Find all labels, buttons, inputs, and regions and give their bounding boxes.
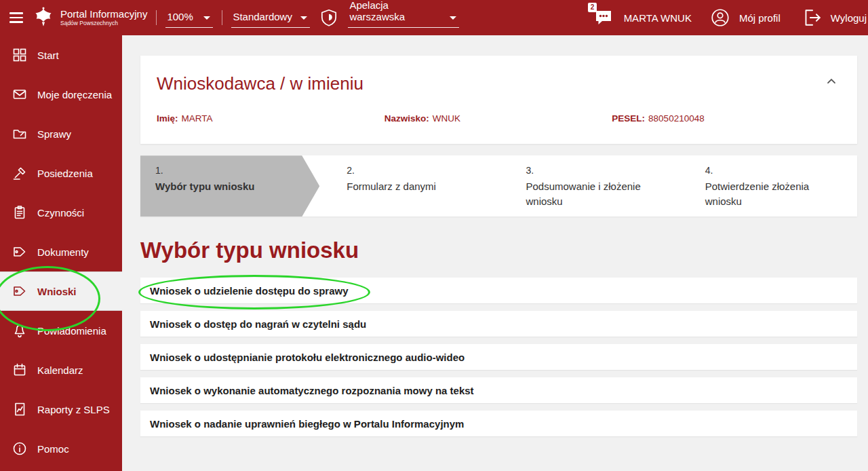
request-type-option-4[interactable]: Wniosek o wykonanie automatycznego rozpo… xyxy=(140,377,857,403)
request-type-option-3[interactable]: Wniosek o udostępnianie protokołu elektr… xyxy=(140,344,857,370)
request-type-option-1[interactable]: Wniosek o udzielenie dostępu do sprawy xyxy=(140,278,857,303)
step-label: Podsumowanie i złożenie wniosku xyxy=(526,179,667,209)
bell-icon xyxy=(11,322,28,339)
zoom-value: 100% xyxy=(167,11,193,22)
gavel-icon xyxy=(11,165,28,181)
sidebar-item-label: Pomoc xyxy=(37,443,69,455)
profile-label[interactable]: Mój profil xyxy=(739,12,781,24)
page-title: Wybór typu wniosku xyxy=(140,237,857,264)
eagle-logo-icon xyxy=(32,6,55,29)
field-value: 88050210048 xyxy=(648,113,705,124)
logout-label[interactable]: Wyloguj xyxy=(831,12,867,24)
collapse-chevron-icon[interactable] xyxy=(823,73,840,90)
sidebar-item-label: Start xyxy=(37,50,59,61)
grid-icon xyxy=(11,47,28,63)
step-label: Formularz z danymi xyxy=(347,179,488,194)
main-content: Wnioskodawca / w imieniu Imię:MARTA Nazw… xyxy=(122,35,868,471)
wizard-step-1: 1. Wybór typu wniosku xyxy=(140,155,319,216)
sidebar-item-start[interactable]: Start xyxy=(0,35,122,75)
brand-subtitle: Sądów Powszechnych xyxy=(60,20,147,27)
field-imie: Imię:MARTA xyxy=(157,113,384,124)
sidebar-item-label: Raporty z SLPS xyxy=(37,404,110,415)
clipboard-icon xyxy=(11,204,28,221)
field-value: MARTA xyxy=(182,113,213,124)
wizard-step-4: 4. Potwierdzenie złożenia wniosku xyxy=(678,155,857,216)
applicant-fields: Imię:MARTA Nazwisko:WNUK PESEL:880502100… xyxy=(157,113,840,124)
brand-logo[interactable]: Portal Informacyjny Sądów Powszechnych xyxy=(32,6,147,29)
step-number: 3. xyxy=(526,165,667,176)
mail-icon xyxy=(11,86,28,102)
calendar-icon xyxy=(11,362,28,378)
wizard-step-3: 3. Podsumowanie i złożenie wniosku xyxy=(499,155,678,216)
sidebar-item-moje-doreczenia[interactable]: Moje doręczenia xyxy=(0,75,122,114)
info-icon xyxy=(11,440,28,457)
wizard-steps: 1. Wybór typu wniosku 2. Formularz z dan… xyxy=(140,155,857,216)
zoom-dropdown[interactable]: 100% xyxy=(165,7,213,28)
sidebar-item-label: Moje doręczenia xyxy=(37,89,112,100)
sidebar-item-label: Dokumenty xyxy=(37,246,89,258)
step-label: Wybór typu wniosku xyxy=(155,179,309,194)
logout-icon[interactable] xyxy=(801,7,823,29)
sidebar-item-kalendarz[interactable]: Kalendarz xyxy=(0,350,122,390)
chevron-down-icon xyxy=(450,16,456,20)
field-pesel: PESEL:88050210048 xyxy=(612,113,840,124)
divider xyxy=(156,10,157,25)
sidebar-item-sprawy[interactable]: Sprawy xyxy=(0,114,122,153)
contrast-shield-icon[interactable] xyxy=(319,7,339,28)
sidebar-item-dokumenty[interactable]: Dokumenty xyxy=(0,232,122,271)
profile-icon[interactable] xyxy=(709,7,731,29)
sidebar-item-label: Wnioski xyxy=(37,286,77,297)
sidebar-item-label: Kalendarz xyxy=(37,364,83,376)
sidebar-item-label: Sprawy xyxy=(37,128,71,140)
sidebar-item-posiedzenia[interactable]: Posiedzenia xyxy=(0,153,122,193)
tag-icon xyxy=(11,244,28,260)
field-value: WNUK xyxy=(433,113,460,124)
field-label: Imię: xyxy=(157,113,178,124)
step-number: 1. xyxy=(155,165,309,176)
step-label: Potwierdzenie złożenia wniosku xyxy=(705,179,846,209)
request-type-list: Wniosek o udzielenie dostępu do sprawy W… xyxy=(140,278,857,436)
sidebar-item-raporty[interactable]: Raporty z SLPS xyxy=(0,390,122,429)
field-nazwisko: Nazwisko:WNUK xyxy=(384,113,612,124)
sidebar: Start Moje doręczenia Sprawy xyxy=(0,35,122,471)
sidebar-item-label: Powiadomienia xyxy=(37,325,106,337)
topbar: Portal Informacyjny Sądów Powszechnych 1… xyxy=(0,0,868,35)
report-chart-icon xyxy=(11,401,28,417)
step-number: 2. xyxy=(347,165,488,176)
applicant-card: Wnioskodawca / w imieniu Imię:MARTA Nazw… xyxy=(140,56,857,144)
region-dropdown[interactable]: Apelacja warszawska xyxy=(348,7,459,28)
brand-title: Portal Informacyjny xyxy=(60,8,147,20)
brand-text: Portal Informacyjny Sądów Powszechnych xyxy=(60,8,147,26)
sidebar-item-powiadomienia[interactable]: Powiadomienia xyxy=(0,311,122,350)
folder-icon xyxy=(11,126,28,142)
messages-icon[interactable]: 2 xyxy=(593,7,614,28)
theme-dropdown[interactable]: Standardowy xyxy=(231,7,310,28)
request-type-option-5[interactable]: Wniosek o nadanie uprawnień biegłego w P… xyxy=(140,411,857,436)
field-label: PESEL: xyxy=(612,113,645,124)
sidebar-item-label: Czynności xyxy=(37,207,84,219)
messages-badge: 2 xyxy=(588,3,597,12)
step-number: 4. xyxy=(705,165,846,176)
sidebar-item-wnioski[interactable]: Wnioski xyxy=(0,271,122,311)
divider xyxy=(222,10,222,25)
topbar-right: 2 MARTA WNUK Mój profil Wyloguj xyxy=(593,7,868,29)
user-name: MARTA WNUK xyxy=(624,12,692,24)
chevron-down-icon xyxy=(203,16,210,20)
request-type-option-2[interactable]: Wniosek o dostęp do nagrań w czytelni są… xyxy=(140,311,857,337)
region-value: Apelacja warszawska xyxy=(349,0,444,22)
theme-value: Standardowy xyxy=(233,11,292,22)
applicant-card-title: Wnioskodawca / w imieniu xyxy=(157,73,363,94)
wizard-step-2: 2. Formularz z danymi xyxy=(319,155,498,216)
field-label: Nazwisko: xyxy=(384,113,429,124)
app-window: Portal Informacyjny Sądów Powszechnych 1… xyxy=(0,0,868,471)
hamburger-menu-icon[interactable] xyxy=(9,12,23,23)
chevron-down-icon xyxy=(300,16,307,20)
sidebar-item-label: Posiedzenia xyxy=(37,168,93,179)
tag-icon xyxy=(11,283,28,299)
sidebar-item-pomoc[interactable]: Pomoc xyxy=(0,429,122,468)
sidebar-item-czynnosci[interactable]: Czynności xyxy=(0,193,122,232)
